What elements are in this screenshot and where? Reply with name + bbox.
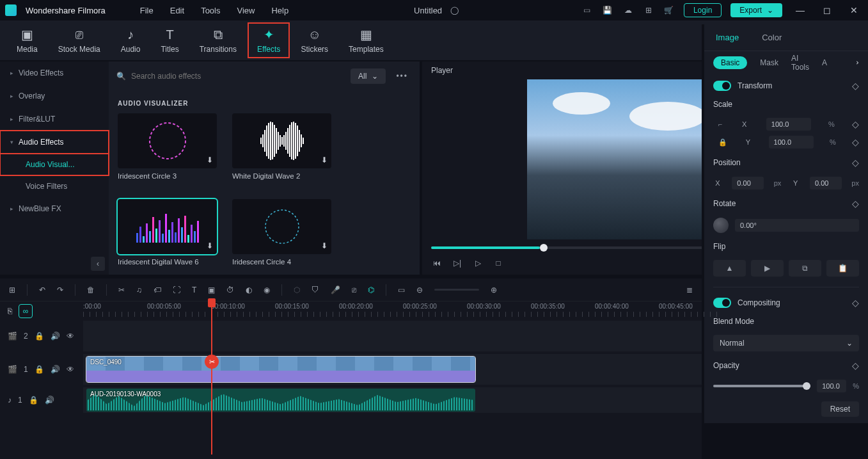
shield-icon[interactable]: ⛉ [312,286,319,294]
effect-card[interactable]: ⬇ Iridescent Circle 3 [118,113,217,180]
copy-button[interactable]: ⧉ [789,260,821,277]
mute-icon[interactable]: 🔊 [51,365,60,374]
cut-icon[interactable]: ✂ [118,286,125,294]
pos-x-input[interactable] [732,177,764,189]
mute-icon[interactable]: 🔊 [51,332,60,341]
paste-button[interactable]: 📋 [826,260,859,277]
lock-icon[interactable]: 🔒 [29,396,38,405]
blend-mode-dropdown[interactable]: Normal⌄ [713,335,859,351]
flip-h-button[interactable]: ▲ [713,260,746,277]
menu-edit[interactable]: Edit [166,3,188,18]
download-icon[interactable]: ⬇ [321,156,327,165]
sidebar-item-video-effects[interactable]: ▸Video Effects [0,61,109,85]
play-icon[interactable]: ▷ [472,257,484,269]
sidebar-sub-audio-visualizer[interactable]: Audio Visual... [0,154,109,175]
lock-icon[interactable]: 🔒 [718,138,727,147]
subtab-mask[interactable]: Mask [760,58,778,67]
tab-titles[interactable]: TTitles [152,24,187,58]
time-ruler[interactable]: :00:00 00:00:05:00 00:00:10:00 00:00:15:… [83,302,723,321]
save-icon[interactable]: 💾 [602,4,613,16]
scale-x-input[interactable] [766,118,811,131]
effect-card[interactable]: ⬇ Iridescent Digital Wave 6 [118,199,217,266]
undo-icon[interactable]: ↶ [39,286,45,294]
tab-effects[interactable]: ✦Effects [248,23,289,58]
effect-card[interactable]: ⬇ White Digital Wave 2 [232,113,331,180]
mic-icon[interactable]: 🎤 [331,286,340,294]
mixer-icon[interactable]: ⎚ [352,286,356,294]
cut-handle-icon[interactable]: ✂ [205,355,219,369]
sidebar-item-filter-lut[interactable]: ▸Filter&LUT [0,108,109,131]
crop-icon[interactable]: ⛶ [173,286,180,294]
tab-media[interactable]: ▣Media [8,23,47,58]
fit-icon[interactable]: ▭ [398,286,405,294]
transform-toggle[interactable] [713,81,731,91]
music-icon[interactable]: ♫ [136,286,142,294]
keyframe-icon[interactable]: ◇ [852,137,859,147]
redo-icon[interactable]: ↷ [57,286,63,294]
layout-icon[interactable]: ⊞ [9,286,15,294]
subtab-ai-tools[interactable]: AI Tools [791,54,809,72]
sidebar-collapse-button[interactable]: ‹ [91,257,105,271]
cloud-icon[interactable]: ☁ [622,4,634,16]
download-icon[interactable]: ⬇ [321,241,327,250]
sidebar-item-newblue[interactable]: ▸NewBlue FX [0,197,109,220]
tab-stock-media[interactable]: ⎚Stock Media [49,24,109,58]
search-input-wrap[interactable]: 🔍 [116,72,344,81]
apps-icon[interactable]: ⊞ [643,4,654,16]
window-close-icon[interactable]: ✕ [845,5,863,15]
speed-icon[interactable]: ⏱ [226,286,234,294]
delete-icon[interactable]: 🗑 [87,286,95,294]
audio-clip[interactable]: AUD-20190130-WA0003 [86,389,475,412]
eye-icon[interactable]: 👁 [67,365,74,374]
scale-y-input[interactable] [769,136,814,149]
keyframe-icon[interactable]: ◇ [852,81,859,91]
more-icon[interactable]: ••• [392,72,412,81]
effect-card[interactable]: ⬇ Iridescent Circle 4 [232,199,331,266]
zoom-out-icon[interactable]: ⊖ [416,286,423,294]
eye-icon[interactable]: 👁 [67,332,74,341]
tab-stickers[interactable]: ☺Stickers [292,24,337,58]
opacity-slider[interactable] [713,385,810,387]
export-button[interactable]: Export⌄ [730,3,782,17]
pos-y-input[interactable] [810,177,842,189]
menu-file[interactable]: File [136,3,157,18]
effects-tool-icon[interactable]: ◉ [264,286,270,294]
sidebar-item-overlay[interactable]: ▸Overlay [0,85,109,108]
chevron-right-icon[interactable]: ⌄ [851,60,860,66]
window-restore-icon[interactable]: ◻ [818,5,836,15]
color-icon[interactable]: ◐ [246,286,252,294]
subtab-basic[interactable]: Basic [713,56,747,69]
keyframe-icon[interactable]: ◇ [852,198,859,209]
download-icon[interactable]: ⬇ [207,241,213,250]
lock-icon[interactable]: 🔒 [35,365,44,374]
menu-tools[interactable]: Tools [197,3,224,18]
play-range-icon[interactable]: ▷| [452,257,463,269]
cart-icon[interactable]: 🛒 [663,4,675,16]
nest-icon[interactable]: ⎘ [8,307,12,316]
filter-dropdown[interactable]: All⌄ [351,68,386,84]
text-icon[interactable]: T [192,286,196,294]
tab-transitions[interactable]: ⧉Transitions [191,24,246,58]
view-icon[interactable]: ≣ [686,286,693,294]
angle-input[interactable] [735,219,859,232]
login-button[interactable]: Login [684,3,722,17]
tag-icon[interactable]: 🏷 [154,286,161,294]
keyframe-icon[interactable]: ◇ [852,298,859,308]
menu-view[interactable]: View [233,3,258,18]
magnet-icon[interactable]: ⌬ [368,286,374,294]
tab-audio[interactable]: ♪Audio [112,24,150,58]
flip-v-button[interactable]: ▶ [751,260,784,277]
sidebar-sub-voice-filters[interactable]: Voice Filters [0,175,109,197]
angle-dial[interactable] [713,218,729,233]
search-input[interactable] [131,72,344,81]
marker-icon[interactable]: ⬡ [294,286,300,294]
keyframe-icon[interactable]: ◇ [852,119,859,129]
mute-icon[interactable]: 🔊 [45,396,54,405]
zoom-in-icon[interactable]: ⊕ [491,286,497,294]
subtab-more[interactable]: A [822,58,827,67]
transform-tool-icon[interactable]: ▣ [208,286,215,294]
keyframe-icon[interactable]: ◇ [852,360,859,371]
video-clip[interactable]: DSC_0490 [86,357,475,382]
keyframe-icon[interactable]: ◇ [852,157,859,168]
device-icon[interactable]: ▭ [581,4,593,16]
